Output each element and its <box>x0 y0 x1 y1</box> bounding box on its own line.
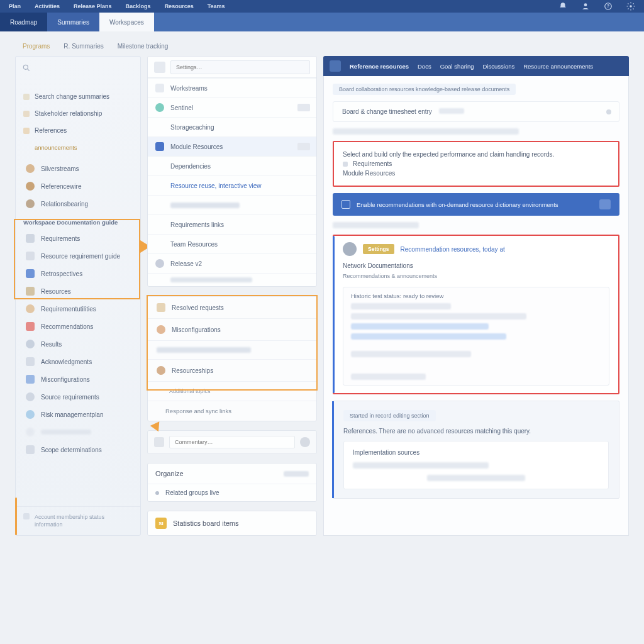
sidebar: Search change summaries Stakeholder rela… <box>15 56 141 536</box>
list-item-label: Resolved requests <box>172 304 224 311</box>
top-nav-item[interactable]: Release Plans <box>74 3 112 9</box>
list-item[interactable]: Response and sync links <box>148 401 316 421</box>
attachment-icon[interactable] <box>154 437 164 447</box>
list-item[interactable]: Storagecaching <box>148 117 316 136</box>
list-item-label: Statistics board items <box>173 519 239 527</box>
header-tab[interactable]: Resource announcements <box>523 63 593 70</box>
header-tab[interactable]: Goal sharing <box>440 63 474 70</box>
header-tab[interactable]: Docs <box>418 63 431 70</box>
breadcrumb-item[interactable]: Milestone tracking <box>118 43 169 50</box>
list-item-blurred <box>148 273 316 286</box>
status-dot-icon <box>606 109 611 114</box>
post-title[interactable]: Recommendation resources, today at <box>401 246 505 253</box>
sidebar-item[interactable]: Requirementutilities <box>16 300 140 318</box>
list-item[interactable]: Release v2 <box>148 253 316 273</box>
subnav-tab-workspaces[interactable]: Workspaces <box>99 13 154 31</box>
list-item[interactable]: Sentinel <box>148 97 316 117</box>
sidebar-item-label: Resources <box>41 288 71 295</box>
list-item[interactable]: Related groups live <box>148 484 316 501</box>
top-nav-item[interactable]: Plan <box>9 3 21 9</box>
list-item[interactable]: Additional topics <box>148 381 316 401</box>
sidebar-item[interactable]: Misconfigurations <box>16 370 140 388</box>
sidebar-item[interactable]: Acknowledgments <box>16 353 140 370</box>
bottom-card: Started in record editing section Refere… <box>333 401 619 499</box>
chip-label: Organize <box>155 470 184 477</box>
chip-meta <box>284 471 309 477</box>
middle-panel-bottom[interactable]: SI Statistics board items <box>147 511 317 536</box>
sidebar-item[interactable]: Requirements <box>16 230 140 247</box>
subnav-tab-roadmap[interactable]: Roadmap <box>0 13 47 31</box>
breadcrumb-item[interactable]: Programs <box>23 43 50 50</box>
sidebar-item[interactable]: References <box>16 122 140 139</box>
ghost-line <box>351 303 451 309</box>
sidebar-item-label: Recommendations <box>41 323 93 330</box>
list-item[interactable]: Resolved requests <box>148 296 316 318</box>
sidebar-item[interactable]: Stakeholder relationship <box>16 105 140 122</box>
compose-input[interactable] <box>169 436 295 448</box>
sidebar-subitem-label: announcements <box>35 144 77 151</box>
sidebar-item[interactable]: Results <box>16 335 140 353</box>
sidebar-item[interactable]: Resource requirement guide <box>16 247 140 265</box>
header-tab[interactable]: Discussions <box>483 63 515 70</box>
sidebar-person[interactable]: Silverstreams <box>16 160 140 177</box>
accent-bar <box>15 497 17 535</box>
sidebar-item[interactable]: Risk managementplan <box>16 406 140 423</box>
checkbox-icon[interactable] <box>341 200 350 209</box>
list-item[interactable]: Workstreams <box>148 78 316 97</box>
list-item[interactable]: Resource reuse, interactive view <box>148 175 316 195</box>
breadcrumb-item[interactable]: R. Summaries <box>64 43 103 50</box>
banner-text: Enable recommendations with on-demand re… <box>357 201 558 208</box>
help-icon[interactable]: ? <box>604 2 613 11</box>
list-item-label: Resourceships <box>172 367 213 374</box>
chip-row[interactable]: Organize <box>148 464 316 484</box>
sidebar-item-label: Acknowledgments <box>41 358 92 365</box>
svg-point-4 <box>23 65 28 69</box>
badge <box>297 104 310 111</box>
send-icon[interactable] <box>300 437 310 447</box>
top-nav: Plan Activities Release Plans Backlogs R… <box>0 0 644 13</box>
middle-search-input[interactable] <box>170 60 310 74</box>
list-item-blurred <box>148 195 316 214</box>
sidebar-item[interactable]: Scope determinations <box>16 441 140 458</box>
list-item[interactable]: Team Resources <box>148 234 316 253</box>
sidebar-item-blurred <box>16 423 140 441</box>
list-item[interactable]: Dependencies <box>148 156 316 175</box>
user-icon[interactable] <box>581 2 590 11</box>
gear-icon[interactable] <box>626 2 635 11</box>
sub-nav: Roadmap Summaries Workspaces <box>0 13 644 31</box>
top-nav-item[interactable]: Teams <box>208 3 225 9</box>
svg-point-3 <box>630 5 632 8</box>
middle-panel-3: Organize Related groups live <box>147 463 317 502</box>
sidebar-item[interactable]: Resources <box>16 282 140 300</box>
list-item[interactable]: Misconfigurations <box>148 318 316 340</box>
top-nav-item[interactable]: Activities <box>35 3 60 9</box>
sidebar-item[interactable]: Source requirements <box>16 388 140 406</box>
sidebar-person[interactable]: Relationsbearing <box>16 195 140 213</box>
post-line: Recommendations & announcements <box>334 273 618 283</box>
callout-line: Module Resources <box>343 170 609 177</box>
info-banner[interactable]: Enable recommendations with on-demand re… <box>333 193 619 216</box>
middle-panel-2: Resolved requests Misconfigurations Reso… <box>147 296 317 421</box>
header-tab[interactable]: Reference resources <box>350 63 409 70</box>
list-item-label: Module Resources <box>170 143 223 150</box>
filter-icon[interactable] <box>154 62 165 73</box>
list-item-label: Requirements links <box>170 221 224 228</box>
callout-line: Select and build only the expected perfo… <box>343 151 609 158</box>
list-item-blurred <box>148 340 316 359</box>
sidebar-search[interactable] <box>16 57 140 79</box>
banner-action-icon[interactable] <box>599 199 611 209</box>
subnav-tab-summaries[interactable]: Summaries <box>47 13 99 31</box>
info-card[interactable]: Board & change timesheet entry <box>333 101 619 122</box>
avatar <box>343 242 357 256</box>
list-item[interactable]: Requirements links <box>148 214 316 234</box>
list-item-active[interactable]: Module Resources <box>148 136 316 156</box>
sidebar-item[interactable]: Recommendations <box>16 318 140 335</box>
top-nav-item[interactable]: Resources <box>165 3 194 9</box>
sidebar-item[interactable]: Retrospectives <box>16 265 140 282</box>
list-item[interactable]: Resourceships <box>148 359 316 381</box>
bell-icon[interactable] <box>558 2 567 11</box>
sidebar-item[interactable]: Search change summaries <box>16 88 140 105</box>
top-nav-item[interactable]: Backlogs <box>126 3 151 9</box>
sidebar-subitem[interactable]: announcements <box>16 139 140 156</box>
sidebar-person[interactable]: Referencewire <box>16 177 140 195</box>
